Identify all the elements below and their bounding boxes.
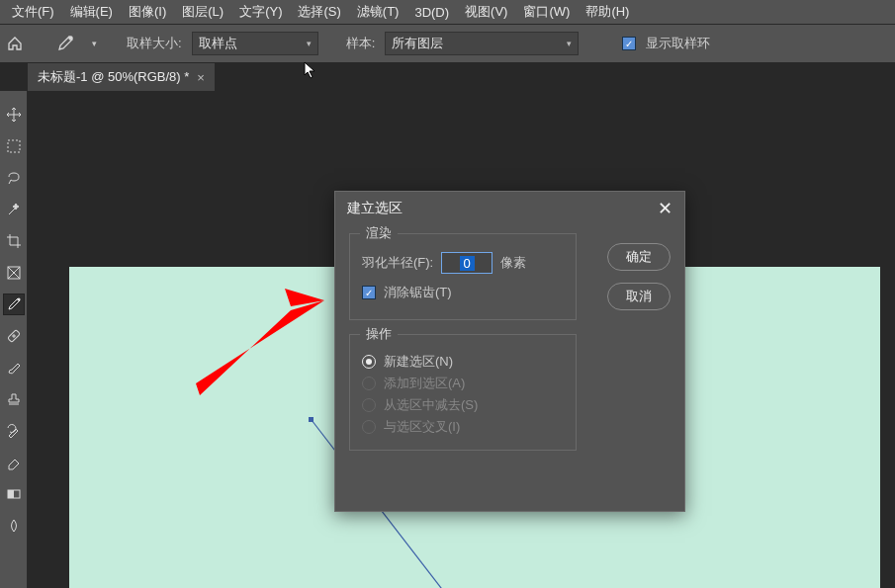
svg-marker-14 [196,300,324,395]
op-new-radio[interactable] [362,355,376,369]
close-tab-icon[interactable]: × [197,70,205,85]
eraser-tool-icon[interactable] [4,453,24,472]
op-add-radio [362,377,376,390]
op-new-label: 新建选区(N) [384,353,453,371]
menu-file[interactable]: 文件(F) [6,1,60,23]
menu-type[interactable]: 文字(Y) [233,1,288,23]
menu-view[interactable]: 视图(V) [459,1,513,23]
brush-tool-icon[interactable] [4,358,24,378]
marquee-tool-icon[interactable] [4,136,24,156]
op-sub-label: 从选区中减去(S) [384,396,478,414]
svg-point-5 [17,297,20,300]
sample-label: 样本: [346,35,376,52]
chevron-down-icon: ▾ [307,39,312,48]
menu-filter[interactable]: 滤镜(T) [351,1,405,23]
menu-window[interactable]: 窗口(W) [517,1,576,23]
cancel-button[interactable]: 取消 [607,283,671,310]
op-int-radio [362,420,376,434]
make-selection-dialog: 建立选区 ✕ 渲染 羽化半径(F): 0 像素 ✓ 消除锯齿(T) 操作 新建选… [334,191,685,512]
main-menu-bar: 文件(F) 编辑(E) 图像(I) 图层(L) 文字(Y) 选择(S) 滤镜(T… [0,0,895,24]
dialog-titlebar[interactable]: 建立选区 ✕ [335,192,684,225]
menu-3d[interactable]: 3D(D) [408,3,455,22]
render-fieldset: 渲染 羽化半径(F): 0 像素 ✓ 消除锯齿(T) [349,233,577,320]
ok-button[interactable]: 确定 [607,243,671,271]
healing-tool-icon[interactable] [4,326,24,346]
mouse-cursor-icon [304,61,317,79]
annotation-arrow [196,289,334,407]
svg-point-0 [68,36,72,40]
sample-size-value: 取样点 [199,35,237,52]
close-icon[interactable]: ✕ [658,198,672,219]
history-brush-tool-icon[interactable] [4,421,24,441]
chevron-down-icon: ▾ [567,39,572,48]
antialias-label: 消除锯齿(T) [384,284,452,301]
show-ring-label: 显示取样环 [646,35,710,52]
document-tab-bar: 未标题-1 @ 50%(RGB/8) * × [0,63,895,91]
svg-rect-10 [8,490,14,498]
menu-image[interactable]: 图像(I) [123,1,172,23]
show-ring-checkbox[interactable]: ✓ [622,37,636,50]
tool-preset-dropdown-icon[interactable]: ▾ [92,39,97,48]
op-sub-radio [362,398,376,412]
menu-edit[interactable]: 编辑(E) [64,1,119,23]
eyedropper-tool-icon[interactable] [4,294,24,314]
operation-legend: 操作 [360,325,398,343]
blur-tool-icon[interactable] [4,516,24,536]
options-bar: ▾ 取样大小: 取样点 ▾ 样本: 所有图层 ▾ ✓ 显示取样环 [0,24,895,63]
left-toolbox [0,91,28,588]
wand-tool-icon[interactable] [4,200,24,219]
menu-help[interactable]: 帮助(H) [580,1,635,23]
op-add-label: 添加到选区(A) [384,375,465,392]
frame-tool-icon[interactable] [4,263,24,283]
svg-rect-12 [309,417,313,422]
home-icon[interactable] [6,35,24,52]
lasso-tool-icon[interactable] [4,168,24,188]
stamp-tool-icon[interactable] [4,389,24,409]
menu-layer[interactable]: 图层(L) [176,1,229,23]
antialias-checkbox[interactable]: ✓ [362,286,376,299]
move-tool-icon[interactable] [4,105,24,125]
operation-fieldset: 操作 新建选区(N) 添加到选区(A) 从选区中减去(S) 与选区交叉(I) [349,334,577,451]
dialog-title: 建立选区 [347,200,403,217]
sample-size-label: 取样大小: [127,35,182,52]
document-tab[interactable]: 未标题-1 @ 50%(RGB/8) * × [28,63,215,91]
svg-rect-1 [8,140,20,152]
menu-select[interactable]: 选择(S) [292,1,346,23]
pixel-label: 像素 [500,254,526,272]
sample-size-dropdown[interactable]: 取样点 ▾ [192,32,318,55]
render-legend: 渲染 [360,224,398,242]
gradient-tool-icon[interactable] [4,484,24,504]
feather-value: 0 [460,256,475,271]
op-int-label: 与选区交叉(I) [384,418,460,436]
document-tab-title: 未标题-1 @ 50%(RGB/8) * [38,68,189,86]
eyedropper-tool-icon[interactable] [51,30,79,57]
sample-dropdown[interactable]: 所有图层 ▾ [385,32,579,55]
feather-input[interactable]: 0 [441,252,492,274]
sample-value: 所有图层 [392,35,443,52]
feather-label: 羽化半径(F): [362,254,433,272]
crop-tool-icon[interactable] [4,231,24,251]
